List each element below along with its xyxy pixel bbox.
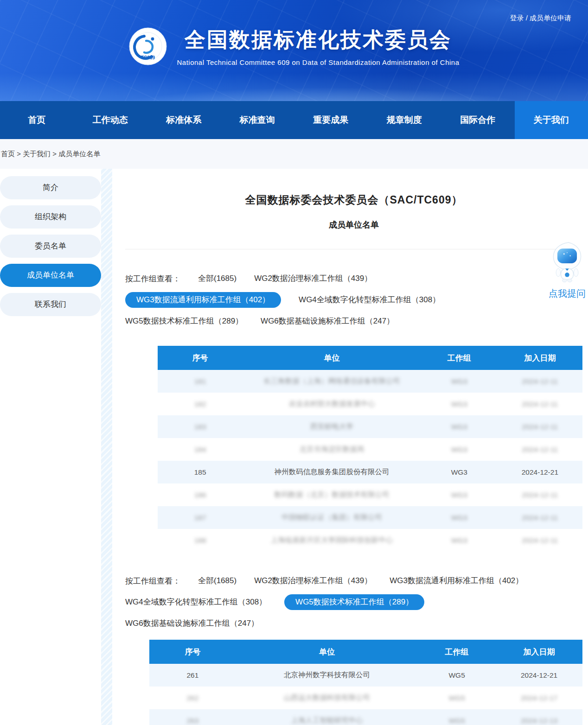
table-row[interactable]: 263上海人工智能研究中心WG52024-12-13: [149, 709, 582, 725]
cell-group: WG3: [451, 445, 467, 453]
table-row[interactable]: 181长三角数据（上海）网络通信设备有限公司WG32024-12-11: [158, 370, 582, 393]
member-table: 序号单位工作组加入日期 181长三角数据（上海）网络通信设备有限公司WG3202…: [158, 346, 582, 552]
sidebar-item-member-units[interactable]: 成员单位名单: [0, 264, 101, 287]
cell-group: WG3: [451, 377, 467, 385]
page-title: 全国数据标委会技术委员会（SAC/TC609）: [125, 193, 582, 207]
column-header: 单位: [243, 346, 421, 370]
nav-item-regulations[interactable]: 规章制度: [368, 101, 441, 139]
filter-option-4[interactable]: WG5数据技术标准工作组（289）: [284, 594, 424, 610]
member-table: 序号单位工作组加入日期 261北京神州数字科技有限公司WG52024-12-21…: [149, 640, 582, 725]
filter-option-1[interactable]: WG2数据治理标准工作组（439）: [254, 271, 372, 286]
column-header: 序号: [158, 346, 243, 370]
login-link[interactable]: 登录 / 成员单位申请: [510, 14, 571, 23]
svg-text:TC609: TC609: [141, 55, 155, 60]
cell-group: WG3: [451, 514, 467, 521]
cell-unit: 北京神州数字科技有限公司: [284, 671, 370, 679]
nav-item-achievements[interactable]: 重要成果: [294, 101, 368, 139]
sidebar: 简介 组织架构 委员名单 成员单位名单 联系我们: [0, 169, 101, 725]
table-row[interactable]: 185神州数码信息服务集团股份有限公司WG32024-12-21: [158, 461, 582, 483]
site-title: 全国数据标准化技术委员会: [177, 26, 459, 54]
filter-option-3[interactable]: WG4全域数字化转型标准工作组（308）: [299, 292, 440, 308]
table-header-row: 序号单位工作组加入日期: [158, 346, 582, 370]
nav-item-standard-query[interactable]: 标准查询: [221, 101, 294, 139]
filter-option-5[interactable]: WG6数据基础设施标准工作组（247）: [261, 313, 394, 329]
nav-item-standard-system[interactable]: 标准体系: [147, 101, 221, 139]
site-logo-icon: TC609: [128, 27, 167, 66]
nav-item-news[interactable]: 工作动态: [74, 101, 147, 139]
cell-seq: 183: [194, 423, 206, 431]
main-content: 全国数据标委会技术委员会（SAC/TC609） 成员单位名单: [112, 169, 588, 725]
filter-option-2[interactable]: WG3数据流通利用标准工作组（402）: [390, 573, 523, 589]
column-header: 工作组: [421, 346, 498, 370]
filter-option-3[interactable]: WG4全域数字化转型标准工作组（308）: [125, 594, 267, 610]
filter-option-1[interactable]: WG2数据治理标准工作组（439）: [254, 573, 372, 589]
cell-date: 2024-12-11: [522, 445, 558, 453]
cell-date: 2024-12-11: [522, 514, 558, 521]
cell-seq: 263: [186, 717, 198, 725]
cell-group: WG3: [451, 468, 467, 476]
ask-me-link[interactable]: 点我提问: [547, 287, 587, 300]
cell-seq: 261: [186, 671, 198, 679]
column-header: 工作组: [418, 640, 496, 664]
filter-group-label: 按工作组查看：: [125, 273, 180, 284]
cell-group: WG5: [448, 717, 465, 725]
page-subtitle: 成员单位名单: [125, 219, 582, 230]
wg3-section: 按工作组查看：全部(1685)WG2数据治理标准工作组（439）WG3数据流通利…: [125, 271, 582, 552]
site-subtitle: National Technical Committee 609 on Data…: [177, 58, 459, 66]
cell-date: 2024-12-17: [521, 694, 557, 702]
cell-seq: 188: [194, 536, 206, 544]
cell-unit: 上海人工智能研究中心: [291, 716, 363, 724]
cell-seq: 187: [194, 514, 206, 521]
filter-option-0[interactable]: 全部(1685): [198, 271, 236, 286]
table-row[interactable]: 187中国物联认证（集团）有限公司WG32024-12-11: [158, 506, 582, 529]
cell-date: 2024-12-11: [522, 491, 558, 499]
cell-unit: 西安邮电大学: [310, 422, 353, 430]
robot-mascot-icon[interactable]: [550, 242, 584, 283]
breadcrumb[interactable]: 首页 > 关于我们 > 成员单位名单: [0, 139, 588, 169]
table-row[interactable]: 184北京市海淀区数据局WG32024-12-11: [158, 438, 582, 461]
cell-unit: 长三角数据（上海）网络通信设备有限公司: [263, 377, 400, 385]
cell-group: WG3: [451, 491, 467, 499]
cell-date: 2024-12-13: [521, 717, 557, 725]
sidebar-item-contact[interactable]: 联系我们: [0, 293, 101, 316]
filter-option-0[interactable]: 全部(1685): [198, 573, 236, 589]
cell-group: WG3: [451, 423, 467, 431]
cell-date: 2024-12-21: [521, 671, 557, 679]
filter-option-5[interactable]: WG6数据基础设施标准工作组（247）: [125, 616, 259, 631]
filter-option-4[interactable]: WG5数据技术标准工作组（289）: [125, 313, 243, 329]
cell-date: 2024-12-11: [522, 400, 558, 408]
table-row[interactable]: 188上海临港新片区大学国际科技创新中心WG32024-12-11: [158, 529, 582, 552]
cell-seq: 185: [194, 468, 206, 476]
cell-seq: 182: [194, 400, 206, 408]
cell-unit: 山西远大数据科技有限公司: [284, 693, 370, 701]
nav-item-about-us[interactable]: 关于我们: [515, 101, 588, 139]
site-banner: 登录 / 成员单位申请 TC609 全国数据标准化技术委员会 National …: [0, 0, 588, 101]
cell-date: 2024-12-11: [522, 377, 558, 385]
table-row[interactable]: 261北京神州数字科技有限公司WG52024-12-21: [149, 664, 582, 687]
column-header: 加入日期: [498, 346, 582, 370]
sidebar-divider: [101, 169, 112, 725]
sidebar-item-committee-list[interactable]: 委员名单: [0, 235, 101, 258]
cell-seq: 186: [194, 491, 206, 499]
cell-seq: 181: [194, 377, 206, 385]
column-header: 单位: [236, 640, 418, 664]
cell-seq: 262: [186, 694, 198, 702]
table-row[interactable]: 182农业农村部大数据发展中心WG32024-12-11: [158, 393, 582, 415]
wg5-section: 按工作组查看：全部(1685)WG2数据治理标准工作组（439）WG3数据流通利…: [125, 573, 582, 725]
filter-option-2[interactable]: WG3数据流通利用标准工作组（402）: [125, 292, 281, 308]
cell-group: WG3: [451, 536, 467, 544]
table-row[interactable]: 186数码数据（北京）数据技术有限公司WG32024-12-11: [158, 483, 582, 506]
column-header: 序号: [149, 640, 236, 664]
table-row[interactable]: 183西安邮电大学WG32024-12-11: [158, 415, 582, 438]
cell-unit: 中国物联认证（集团）有限公司: [281, 513, 382, 521]
filter-group-label: 按工作组查看：: [125, 576, 180, 586]
assistant-widget[interactable]: 点我提问: [547, 242, 587, 300]
main-nav: 首页 工作动态 标准体系 标准查询 重要成果 规章制度 国际合作 关于我们: [0, 101, 588, 139]
nav-item-international[interactable]: 国际合作: [441, 101, 515, 139]
cell-group: WG5: [448, 671, 465, 679]
sidebar-item-structure[interactable]: 组织架构: [0, 205, 101, 229]
table-row[interactable]: 262山西远大数据科技有限公司WG52024-12-17: [149, 687, 582, 709]
sidebar-item-intro[interactable]: 简介: [0, 176, 101, 199]
nav-item-home[interactable]: 首页: [0, 101, 74, 139]
filter-group: 按工作组查看：全部(1685)WG2数据治理标准工作组（439）WG3数据流通利…: [125, 573, 533, 631]
